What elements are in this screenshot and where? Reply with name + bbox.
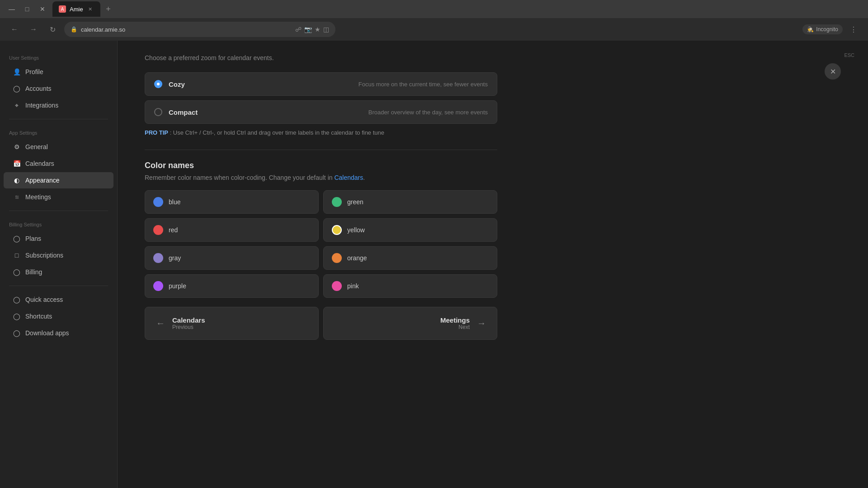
camera-off-icon[interactable]: 📷 xyxy=(304,26,312,33)
next-arrow-icon: → xyxy=(477,318,486,328)
meetings-icon: ◾ xyxy=(13,193,21,201)
sidebar-item-label-billing: Billing xyxy=(25,268,42,276)
window-controls[interactable]: — □ ✕ xyxy=(5,3,49,15)
more-options-button[interactable]: ⋮ xyxy=(846,22,861,37)
color-item-yellow[interactable]: yellow xyxy=(323,218,497,242)
red-label: red xyxy=(169,226,178,234)
location-icon[interactable]: ☍ xyxy=(295,26,302,33)
close-window-button[interactable]: ✕ xyxy=(36,3,49,15)
color-names-title: Color names xyxy=(145,161,497,170)
sidebar-item-label-calendars: Calendars xyxy=(25,160,54,167)
address-bar[interactable]: 🔒 calendar.amie.so ☍ 📷 ★ ◫ xyxy=(64,22,335,37)
sidebar-item-label-appearance: Appearance xyxy=(25,177,60,184)
color-names-desc-text: Remember color names when color-coding. … xyxy=(145,174,334,181)
minimize-button[interactable]: — xyxy=(5,3,18,15)
lock-icon: 🔒 xyxy=(71,26,77,33)
address-bar-actions: ☍ 📷 ★ ◫ xyxy=(295,26,329,33)
prev-nav-card[interactable]: ← Calendars Previous xyxy=(145,307,319,340)
pro-tip: PRO TIP : Use Ctrl+ / Ctrl-, or hold Ctr… xyxy=(145,129,497,136)
star-icon[interactable]: ★ xyxy=(315,26,321,33)
sidebar-item-meetings[interactable]: ◾ Meetings xyxy=(4,189,113,205)
sidebar-item-subscriptions[interactable]: □ Subscriptions xyxy=(4,247,113,263)
color-item-blue[interactable]: blue xyxy=(145,190,319,214)
close-icon: ✕ xyxy=(830,67,836,76)
billing-settings-label: Billing Settings xyxy=(0,216,117,230)
yellow-dot xyxy=(332,225,342,235)
divider-2 xyxy=(9,211,108,211)
general-icon: ⚙ xyxy=(13,143,21,151)
color-names-desc: Remember color names when color-coding. … xyxy=(145,174,497,181)
orange-dot xyxy=(332,253,342,263)
sidebar-item-profile[interactable]: 👤 Profile xyxy=(4,64,113,80)
accounts-icon: ◯ xyxy=(13,84,21,93)
color-item-green[interactable]: green xyxy=(323,190,497,214)
pink-label: pink xyxy=(347,282,359,290)
sidebar-item-label-general: General xyxy=(25,143,48,150)
sidebar-item-label-subscriptions: Subscriptions xyxy=(25,252,63,259)
color-grid: blue green red yellow xyxy=(145,190,497,298)
color-item-orange[interactable]: orange xyxy=(323,246,497,270)
cozy-description: Focus more on the current time, see fewe… xyxy=(359,81,488,88)
calendars-link[interactable]: Calendars xyxy=(334,174,363,181)
sidebar-item-integrations[interactable]: ⌖ Integrations xyxy=(4,97,113,113)
next-nav-card[interactable]: Meetings Next → xyxy=(323,307,497,340)
browser-titlebar: — □ ✕ A Amie ✕ + xyxy=(0,0,868,18)
color-item-gray[interactable]: gray xyxy=(145,246,319,270)
nav-footer: ← Calendars Previous Meetings Next → xyxy=(145,307,497,340)
cozy-option[interactable]: Cozy Focus more on the current time, see… xyxy=(145,72,497,96)
quick-access-icon: ◯ xyxy=(13,296,21,304)
user-settings-label: User Settings xyxy=(0,50,117,63)
forward-button[interactable]: → xyxy=(26,22,41,37)
back-button[interactable]: ← xyxy=(7,22,22,37)
next-nav-text: Meetings Next xyxy=(440,316,470,330)
compact-radio[interactable] xyxy=(154,108,162,116)
close-button[interactable]: ✕ xyxy=(825,63,841,80)
tab-bar: A Amie ✕ + xyxy=(52,1,115,17)
sidebar-toggle-icon[interactable]: ◫ xyxy=(323,26,329,33)
color-item-red[interactable]: red xyxy=(145,218,319,242)
sidebar-item-billing[interactable]: ◯ Billing xyxy=(4,264,113,280)
cozy-label: Cozy xyxy=(169,80,185,88)
compact-description: Broader overview of the day, see more ev… xyxy=(368,109,488,116)
pink-dot xyxy=(332,281,342,291)
compact-option[interactable]: Compact Broader overview of the day, see… xyxy=(145,100,497,124)
gray-label: gray xyxy=(169,254,181,262)
sidebar: User Settings 👤 Profile ◯ Accounts ⌖ Int… xyxy=(0,41,118,488)
prev-nav-text: Calendars Previous xyxy=(172,316,205,330)
sidebar-item-download-apps[interactable]: ◯ Download apps xyxy=(4,325,113,341)
color-item-pink[interactable]: pink xyxy=(323,274,497,298)
incognito-label: Incognito xyxy=(816,26,838,33)
profile-icon: 👤 xyxy=(13,68,21,76)
active-tab[interactable]: A Amie ✕ xyxy=(52,1,100,17)
divider-1 xyxy=(9,119,108,119)
sidebar-item-plans[interactable]: ◯ Plans xyxy=(4,230,113,247)
tab-favicon: A xyxy=(59,5,66,13)
sidebar-item-shortcuts[interactable]: ◯ Shortcuts xyxy=(4,308,113,324)
purple-label: purple xyxy=(169,282,186,290)
shortcuts-icon: ◯ xyxy=(13,312,21,320)
prev-arrow-icon: ← xyxy=(156,318,165,328)
maximize-button[interactable]: □ xyxy=(21,3,33,15)
browser-right-actions: 🕵 Incognito ⋮ xyxy=(802,22,861,37)
tab-close-button[interactable]: ✕ xyxy=(87,5,94,13)
color-names-section: Color names Remember color names when co… xyxy=(145,150,497,298)
plans-icon: ◯ xyxy=(13,235,21,243)
sidebar-item-label-accounts: Accounts xyxy=(25,85,52,92)
prev-nav-label: Calendars xyxy=(172,316,205,324)
color-item-purple[interactable]: purple xyxy=(145,274,319,298)
cozy-radio[interactable] xyxy=(154,80,162,88)
content-area: Choose a preferred zoom for calendar eve… xyxy=(118,41,524,353)
sidebar-item-label-integrations: Integrations xyxy=(25,102,58,109)
sidebar-item-appearance[interactable]: ◐ Appearance xyxy=(4,172,113,188)
incognito-badge: 🕵 Incognito xyxy=(802,24,843,34)
app-container: User Settings 👤 Profile ◯ Accounts ⌖ Int… xyxy=(0,41,868,488)
reload-button[interactable]: ↻ xyxy=(45,22,60,37)
sidebar-item-quick-access[interactable]: ◯ Quick access xyxy=(4,291,113,308)
sidebar-item-calendars[interactable]: 📅 Calendars xyxy=(4,155,113,172)
new-tab-button[interactable]: + xyxy=(102,3,115,15)
pro-tip-text: : Use Ctrl+ / Ctrl-, or hold Ctrl and dr… xyxy=(170,129,384,136)
compact-label: Compact xyxy=(169,108,198,116)
sidebar-item-accounts[interactable]: ◯ Accounts xyxy=(4,80,113,97)
appearance-icon: ◐ xyxy=(13,176,21,184)
sidebar-item-general[interactable]: ⚙ General xyxy=(4,139,113,155)
